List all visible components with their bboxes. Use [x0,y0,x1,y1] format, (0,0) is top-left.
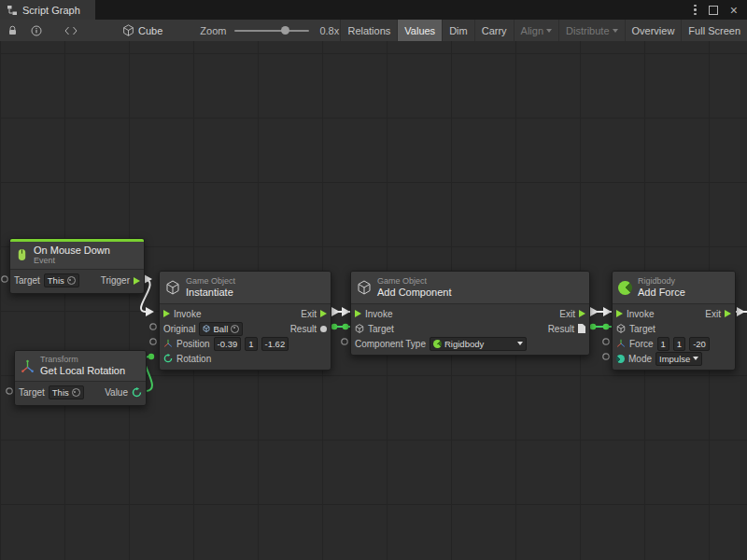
node-add-component[interactable]: Game Object Add Component Invoke Exit Ta… [350,271,590,356]
invoke-port-arrow-icon[interactable] [355,310,361,317]
port-row: Mode Impulse [613,351,735,366]
target-object-chip[interactable]: This [44,273,79,287]
port-row: Force 1 1 -20 [613,336,735,351]
dropdown-caret-icon [546,29,552,33]
rigidbody-pie-icon [433,340,442,348]
port-row: Target Result [351,321,589,336]
object-picker-icon[interactable] [72,388,80,397]
maximize-icon[interactable] [709,6,718,15]
full-screen-button[interactable]: Full Screen [681,20,747,41]
port-glr-target[interactable] [7,388,12,394]
invoke-port-arrow-icon[interactable] [163,310,170,317]
code-icon[interactable] [64,26,78,35]
invoke2-in-arrow-icon[interactable] [342,307,350,316]
game-object-icon [616,324,626,333]
trigger-out-arrow-icon[interactable] [144,274,152,284]
target2-in-dot[interactable] [343,324,349,330]
port-row: Invoke Exit [351,306,589,321]
object-picker-icon[interactable] [67,276,76,285]
result1-out-dot[interactable] [331,324,338,330]
cube-icon [203,325,210,332]
zoom-slider[interactable] [234,30,309,32]
port-row: Target This Trigger [10,272,144,289]
carry-button[interactable]: Carry [474,20,514,41]
overview-button[interactable]: Overview [625,20,682,41]
target3-in-dot[interactable] [603,324,610,330]
script-result-icon[interactable] [578,324,585,333]
position-y-field[interactable]: 1 [245,337,257,351]
port-force[interactable] [603,339,609,344]
port-row: Original Ball Result [160,321,331,336]
align-button[interactable]: Align [514,20,558,41]
port-omd-target[interactable] [2,276,7,282]
rotation-icon[interactable] [132,387,142,398]
toolbar-buttons: Relations Values Dim Carry Align Distrib… [340,20,747,41]
node-instantiate[interactable]: Game Object Instantiate Invoke Exit Orig… [159,271,331,371]
node-header: Rigidbody Add Force [613,272,735,304]
window-controls: × [694,0,747,20]
invoke-port-arrow-icon[interactable] [616,310,623,317]
distribute-button[interactable]: Distribute [558,20,624,41]
graph-target-selector[interactable]: Cube [122,24,162,36]
exit3-out-arrow-icon[interactable] [737,307,745,316]
dropdown-caret-icon [517,342,523,345]
node-add-force[interactable]: Rigidbody Add Force Invoke Exit Target [612,271,736,371]
exit2-out-arrow-icon[interactable] [590,307,599,316]
invoke-in-arrow-icon[interactable] [146,307,154,316]
port-row: Component Type Rigidbody [351,336,589,351]
port-row: Target This Value [15,384,146,401]
graph-canvas[interactable]: On Mouse Down Event Target This Trigger [0,41,747,560]
force-z-field[interactable]: -20 [689,337,710,351]
dropdown-caret-icon [613,29,618,33]
target-object-chip[interactable]: This [49,385,84,399]
rotation-in-dot[interactable] [148,354,154,359]
port-row: Rotation [160,351,331,366]
script-graph-icon [7,5,18,16]
node-header: Transform Get Local Rotation [15,351,146,382]
port-mode[interactable] [603,354,609,359]
object-picker-icon[interactable] [231,325,239,333]
node-header: Game Object Instantiate [160,272,331,304]
node-header: On Mouse Down Event [10,242,144,270]
exit-port-arrow-icon[interactable] [579,310,585,317]
port-position[interactable] [150,339,156,344]
rotation-icon [163,354,173,363]
rigidbody-pie-icon [618,281,632,295]
component-type-dropdown[interactable]: Rigidbody [430,337,527,351]
close-icon[interactable]: × [730,4,738,17]
position-z-field[interactable]: -1.62 [261,337,289,351]
graph-toolbar: Cube Zoom 0.8x Relations Values Dim Carr… [0,20,747,42]
force-x-field[interactable]: 1 [657,337,669,351]
port-row: Invoke Exit [613,306,735,321]
info-icon[interactable] [31,25,42,36]
trigger-port-arrow-icon[interactable] [134,277,140,285]
node-on-mouse-down[interactable]: On Mouse Down Event Target This Trigger [9,238,145,294]
exit1-out-arrow-icon[interactable] [331,307,340,316]
zoom-slider-handle[interactable] [281,26,289,35]
exit-port-arrow-icon[interactable] [725,310,731,317]
relations-button[interactable]: Relations [340,20,397,41]
result2-out-dot[interactable] [590,324,597,330]
game-object-icon [355,324,364,333]
position-x-field[interactable]: -0.39 [214,337,242,351]
port-component-type[interactable] [342,339,347,344]
invoke3-in-arrow-icon[interactable] [603,307,612,316]
dropdown-caret-icon [693,357,698,360]
values-button[interactable]: Values [397,20,442,41]
result-port-dot-icon[interactable] [320,326,327,332]
kebab-menu-icon[interactable] [694,5,697,16]
exit-port-arrow-icon[interactable] [320,310,327,317]
force-y-field[interactable]: 1 [673,337,685,351]
enum-pie-icon [616,355,625,363]
mode-dropdown[interactable]: Impulse [655,352,702,366]
zoom-label: Zoom [200,25,226,36]
node-get-local-rotation[interactable]: Transform Get Local Rotation Target This… [14,350,147,406]
original-object-chip[interactable]: Ball [199,322,243,336]
lock-icon[interactable] [7,25,18,35]
dim-button[interactable]: Dim [442,20,474,41]
graph-target-label: Cube [138,25,162,36]
transform-axes-icon [163,339,173,348]
tab-script-graph[interactable]: Script Graph [0,0,95,20]
port-original[interactable] [150,324,156,329]
port-row: Target [613,321,735,336]
